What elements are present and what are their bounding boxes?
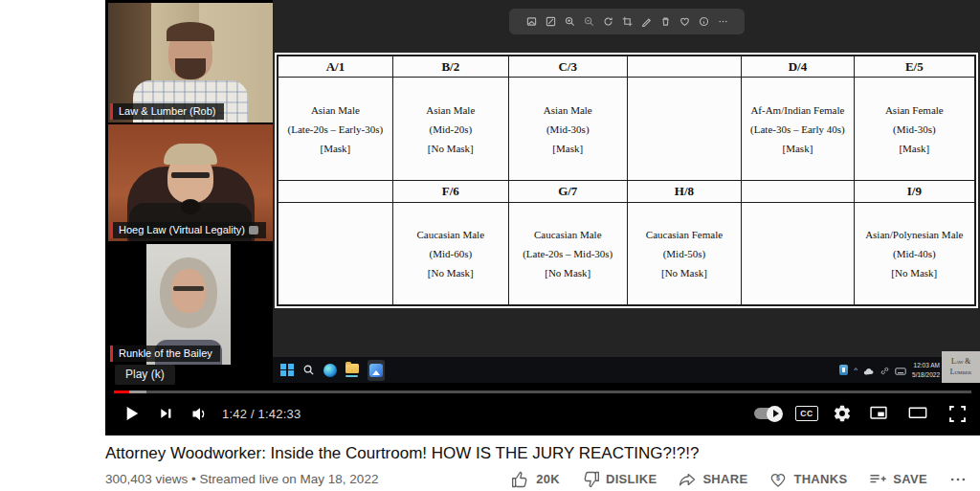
webcam-column: Law & Lumber (Rob) Hoeg Law (Virtual Leg… [108,3,274,365]
fullscreen-button[interactable] [945,396,970,431]
settings-button[interactable] [833,396,852,431]
table-row: F/6 G/7 H/8 I/9 [278,180,975,202]
tray-app-icon [839,365,848,375]
onedrive-cloud-icon [863,362,875,379]
crop-icon [622,16,633,27]
name-tag-label: Hoeg Law (Virtual Legality) [119,224,245,235]
juror-cell-empty [278,202,392,305]
play-tooltip: Play (k) [115,365,175,385]
thanks-label: THANKS [793,472,847,486]
system-tray: ^ 12:03 AM 5/18/2022 [839,361,940,380]
play-icon [117,398,147,429]
seat-header: B/2 [392,56,508,78]
subtitles-button[interactable]: CC [795,396,818,431]
watermark-line: Lumber [950,368,971,377]
progress-played [114,391,129,393]
photos-app-toolbar [509,9,745,34]
more-actions-button[interactable] [940,470,976,489]
table-row: Caucasian Male(Mid-60s)[No Mask] Caucasi… [278,202,975,305]
autoplay-toggle[interactable] [754,396,781,431]
theater-mode-button[interactable] [905,396,930,431]
keyboard-icon [895,362,906,379]
player-controls: 1:42 / 1:42:33 CC [105,395,980,432]
delete-icon [660,16,671,27]
seat-header [278,180,392,202]
name-tag-label: Law & Lumber (Rob) [113,103,224,120]
rotate-icon [603,16,613,27]
share-button[interactable]: SHARE [669,470,756,489]
thanks-button[interactable]: $ THANKS [760,470,856,489]
thumb-up-icon [511,470,530,489]
draw-icon [641,16,652,27]
tray-chevron-icon: ^ [854,366,858,374]
like-button[interactable]: 20K [502,470,568,489]
seat-header: H/8 [627,180,742,202]
table-row: A/1 B/2 C/3 D/4 E/5 [278,56,975,78]
juror-cell: Asian Male(Mid-20s)[No Mask] [392,78,508,181]
volume-icon [186,401,212,427]
juror-cell: Caucasian Female(Mid-50s)[No Mask] [627,202,742,305]
webcam-runkle: Runkle of the Bailey [108,241,274,365]
fullscreen-icon [945,401,970,427]
next-button[interactable] [149,396,182,431]
windows-taskbar: ^ 12:03 AM 5/18/2022 [273,357,980,383]
link-icon [880,362,889,379]
name-tag-hoeg: Hoeg Law (Virtual Legality) [110,222,266,238]
progress-bar[interactable] [114,391,971,393]
thanks-dollar-heart-icon: $ [768,470,788,489]
taskbar-clock: 12:03 AM 5/18/2022 [912,361,940,380]
seat-header: A/1 [278,56,392,78]
running-app-indicator [345,375,358,377]
miniplayer-button[interactable] [866,396,891,431]
like-count: 20K [536,472,560,486]
seat-header: C/3 [508,56,627,78]
favorite-heart-icon [679,16,690,27]
edit-image-icon [546,16,556,27]
jury-seating-table: A/1 B/2 C/3 D/4 E/5 Asian Male(Late-20s … [277,55,976,306]
edge-browser-icon [323,357,337,383]
juror-cell-empty [742,202,854,305]
theater-icon [905,401,930,426]
name-tag-label: Runkle of the Bailey [113,346,220,362]
svg-text:$: $ [776,475,780,482]
juror-cell: Asian Female(Mid-30s)[Mask] [854,78,975,181]
juror-cell: Asian Male(Mid-30s)[Mask] [508,78,627,181]
dislike-button[interactable]: DISLIKE [572,470,665,489]
channel-watermark: Law & Lumber [942,351,980,383]
more-options-icon [718,16,728,27]
juror-cell: Caucasian Male(Mid-60s)[No Mask] [392,202,508,305]
juror-cell: Asian/Polynesian Male(Mid-40s)[No Mask] [854,202,975,305]
video-player[interactable]: Law & Lumber (Rob) Hoeg Law (Virtual Leg… [105,0,980,435]
juror-cell-empty [627,78,742,181]
jury-chart-document: A/1 B/2 C/3 D/4 E/5 Asian Male(Late-20s … [275,53,978,308]
seat-header [742,180,854,202]
search-icon [302,357,315,383]
clock-time: 12:03 AM [914,362,940,368]
playlist-add-icon [868,470,887,489]
save-button[interactable]: SAVE [859,470,936,489]
volume-button[interactable] [182,396,214,431]
cc-icon: CC [795,406,818,421]
name-tag-rob: Law & Lumber (Rob) [110,103,224,120]
clock-date: 5/18/2022 [912,371,940,378]
screen-share-content: A/1 B/2 C/3 D/4 E/5 Asian Male(Late-20s … [273,0,980,383]
name-tag-runkle: Runkle of the Bailey [110,346,220,362]
video-title: Attorney Woodworker: Inside the Courtroo… [105,444,967,463]
share-label: SHARE [702,472,747,486]
start-button-icon [280,357,294,383]
dislike-label: DISLIKE [606,472,657,486]
collection-icon [526,16,537,27]
youtube-watch-page: Law & Lumber (Rob) Hoeg Law (Virtual Leg… [0,0,980,491]
webcam-rob: Law & Lumber (Rob) [108,3,274,123]
video-meta-row: 300,403 views • Streamed live on May 18,… [105,468,976,490]
views-and-date: 300,403 views • Streamed live on May 18,… [105,472,378,486]
seat-header: E/5 [854,56,975,78]
photos-app-icon [368,360,385,381]
zoom-in-icon [565,16,575,27]
share-arrow-icon [678,470,697,489]
play-button[interactable] [115,396,149,431]
watermark-line: Law & [951,357,970,367]
table-row: Asian Male(Late-20s – Early-30s)[Mask] A… [278,78,975,181]
gear-icon [833,404,852,423]
juror-cell: Caucasian Male(Late-20s – Mid-30s)[No Ma… [508,202,627,305]
